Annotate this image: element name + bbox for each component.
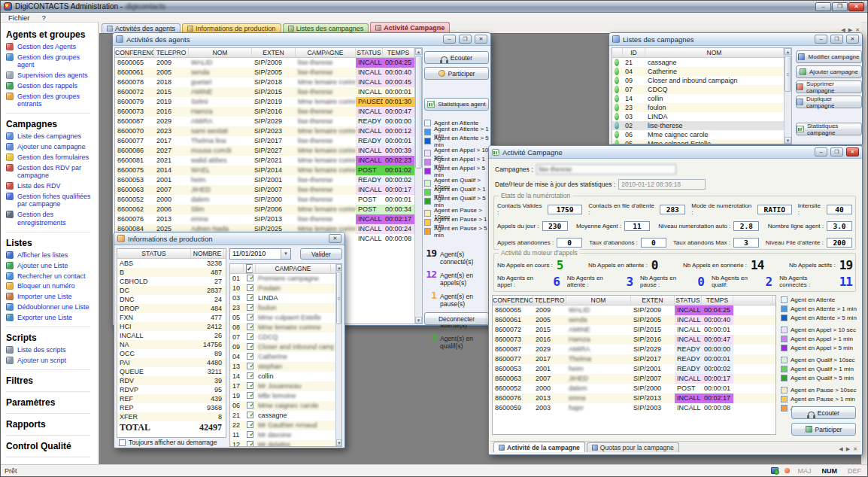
agent-row[interactable]: 86000732016HamzaSIP/2016lise-thereseINCA… [115, 107, 422, 117]
column-header[interactable]: STATUS [675, 296, 702, 305]
select-all-checkbox[interactable]: ✓ [244, 264, 256, 273]
checkbox-checked-icon[interactable]: ✓ [247, 382, 253, 389]
status-row[interactable]: DC2837 [117, 286, 226, 295]
status-row[interactable]: HCI2412 [117, 322, 226, 331]
agent-row[interactable]: 86000752014WAELSIP/2014Mme lemaire corin… [115, 166, 422, 175]
agent-row[interactable]: 86000872029AMIRASIP/2029READY00:00:00 [493, 345, 775, 354]
restore-button[interactable]: ❐ [832, 2, 848, 11]
agent-row[interactable]: 86000522000dalemSIP/2000lise-theresePOST… [115, 195, 422, 205]
agent-row[interactable]: 86000652009WALIDSIP/2009INCALL00:04:25 [493, 305, 775, 315]
checklist-row[interactable]: 13✓stephan [230, 362, 341, 372]
campaign-row[interactable]: 23foulon [612, 103, 791, 112]
agent-row[interactable]: 86000612005sendaSIP/2005lise-thereseINCA… [115, 68, 422, 77]
listen-button[interactable]: Ecouter [424, 51, 489, 64]
sidebar-item-gestion-des-rdv-par-campagne[interactable]: Gestion des RDV par campagne [6, 164, 96, 180]
sidebar-item-gestion-fiches-qualifi-es-par-campagne[interactable]: Gestion fiches qualifiées par campagne [6, 193, 96, 208]
dupliquer-campagne-button[interactable]: Dupliquer campagne [796, 96, 862, 108]
close-button[interactable]: ✕ [848, 2, 864, 11]
agent-row[interactable]: 86000722015AMINESIP/2015lise-thereseINCA… [115, 87, 422, 97]
checkbox-checked-icon[interactable]: ✓ [247, 421, 253, 428]
campaign-row[interactable]: 14collin [612, 94, 791, 103]
status-row[interactable]: DROP484 [117, 304, 226, 313]
agent-row[interactable]: 86000532001heimSIP/2001lise-thereseREADY… [115, 175, 422, 185]
agent-row[interactable]: 86000592003hajerSIP/2003INCALL00:00:08 [493, 403, 775, 413]
checklist-row[interactable]: 11✓Mr davoine [230, 430, 341, 440]
scroll-up-icon[interactable]: ▲ [415, 48, 422, 55]
activity-close-button[interactable]: ✕ [846, 147, 859, 156]
checklist-row[interactable]: 19✓Mlle lemoine [230, 391, 341, 401]
sidebar-item-afficher-les-listes[interactable]: Afficher les listes [6, 251, 96, 259]
agent-row[interactable]: 86000762013emnaSIP/2013lise-thereseINCAL… [115, 214, 422, 224]
menu-fichier[interactable]: Fichier [8, 14, 30, 22]
agent-row[interactable]: 86000632007JIHEDSIP/2007INCALL00:00:17 [493, 374, 775, 384]
agent-row[interactable]: 86000812021walid abbesSIP/2021Mme lemair… [115, 156, 422, 166]
date-combobox[interactable]: 11/01/2010 ▼ [229, 248, 291, 260]
column-header[interactable]: CONFERENCE [493, 296, 533, 305]
sidebar-item-gestion-des-formulaires[interactable]: Gestion des formulaires [6, 153, 96, 161]
sidebar-item-ajouter-une-liste[interactable]: Ajouter une Liste [6, 262, 96, 269]
agent-row[interactable]: 86000612005sendaSIP/2005INCALL00:00:40 [493, 315, 775, 325]
sidebar-item-bloquer-un-num-ro[interactable]: Bloquer un numéro [6, 282, 96, 290]
minimize-button[interactable]: – [815, 2, 831, 11]
tab-activit-de-la-campagne[interactable]: Activité de la campagne [493, 442, 585, 452]
checklist-row[interactable]: 10✓Poulain [230, 284, 341, 293]
agents-minimize-button[interactable]: – [443, 35, 456, 44]
column-header[interactable]: NOM [189, 48, 252, 57]
join-button[interactable]: Participer [424, 67, 489, 80]
checkbox-checked-icon[interactable]: ✓ [247, 353, 253, 360]
column-header[interactable]: TELEPRO [154, 48, 189, 57]
ajouter-campagne-button[interactable]: Ajouter campagne [796, 65, 862, 78]
sidebar-item-gestion-des-agents[interactable]: Gestion des Agents [6, 43, 96, 50]
tab-activit-campagne[interactable]: Activité Campagne [370, 22, 450, 33]
agent-row[interactable]: 86000762013emnaSIP/2013INCALL00:02:17 [493, 393, 775, 403]
sidebar-item-ajouter-une-campagne[interactable]: Ajouter une campagne [6, 143, 96, 150]
status-row[interactable]: FXN477 [117, 313, 226, 322]
activity-minimize-button[interactable]: – [815, 147, 827, 156]
status-row[interactable]: REP9368 [117, 403, 226, 412]
sidebar-item-liste-des-scripts[interactable]: Liste des scripts [6, 346, 96, 354]
checkbox-checked-icon[interactable]: ✓ [247, 402, 253, 409]
checklist-row[interactable]: 21✓cassagne [230, 411, 341, 421]
campaigns-field[interactable]: lise-therese [536, 164, 676, 175]
agents-table-scrollbar[interactable]: ▲ ▼ [414, 48, 422, 324]
checklist-row[interactable]: 06✓Mme caignec carole [230, 401, 341, 411]
checkbox-checked-icon[interactable]: ✓ [247, 372, 253, 379]
checkbox-checked-icon[interactable]: ✓ [246, 264, 253, 273]
column-header[interactable]: EXTEN [252, 48, 296, 57]
sidebar-item-supervision-des-agents[interactable]: Supervision des agents [6, 71, 96, 79]
campaign-row[interactable]: 07CDCQ [612, 85, 791, 94]
agent-row[interactable]: 86000792019SelmiSIP/2019Mme lemaire cori… [115, 97, 422, 107]
checklist-row[interactable]: 01✓Premiere campagne [230, 274, 341, 284]
column-header[interactable]: TEMPS [702, 296, 733, 305]
sidebar-item-rechercher-un-contact[interactable]: Rechercher un contact [6, 272, 96, 280]
checkbox-checked-icon[interactable]: ✓ [247, 431, 253, 438]
agent-row[interactable]: 86000702023sami weslatiSIP/2023Mme lemai… [115, 126, 422, 136]
agent-row[interactable]: 86000772017ThelmaSIP/2017READY00:00:01 [493, 354, 775, 364]
tab-scroll-left-icon[interactable]: ◀ [839, 446, 842, 452]
checklist-row[interactable]: 22✓Mr Gauthier Arnaud [230, 421, 341, 430]
campaigns-close-button[interactable]: ✕ [846, 35, 859, 44]
campaign-row[interactable]: 03LINDA [612, 112, 791, 121]
column-header[interactable]: NOMBRE [191, 249, 224, 258]
checkbox-checked-icon[interactable]: ✓ [247, 275, 253, 281]
agent-row[interactable]: 86000652009WALIDSIP/2009lise-thereseINCA… [115, 58, 422, 68]
sidebar-item-liste-des-rdv[interactable]: Liste des RDV [6, 182, 96, 190]
status-row[interactable]: CBHOLD27 [117, 277, 226, 286]
supprimer-campagne-button[interactable]: Supprimer campagne [796, 81, 862, 93]
agent-row[interactable]: 86000732016HamzaSIP/2016INCALL00:00:47 [493, 335, 775, 345]
status-row[interactable]: ABS3238 [117, 259, 226, 268]
column-header[interactable]: CAMPAGNE [296, 48, 356, 57]
agent-row[interactable]: 86000862027mousa com3iSIP/2027Mme lemair… [115, 146, 422, 156]
status-row[interactable]: DNC24 [117, 295, 226, 304]
checklist-scrollbar[interactable]: ▲ ≡ ▼ [335, 264, 341, 446]
statistiques-campagne-button[interactable]: Statistiques campagne [796, 123, 862, 135]
column-header[interactable]: NOM [645, 48, 784, 57]
status-row[interactable]: RDV39 [117, 376, 226, 385]
checkbox-checked-icon[interactable]: ✓ [247, 294, 253, 301]
activity-join-button[interactable]: Participer [791, 423, 856, 436]
sidebar-item-d-doublonner-une-liste[interactable]: Dédoublonner une Liste [6, 303, 96, 311]
status-row[interactable]: NA14756 [117, 340, 226, 349]
agent-stats-button[interactable]: Statistiques agent [424, 98, 489, 111]
agents-maximize-button[interactable]: ❐ [459, 35, 472, 44]
tab-quotas-pour-la-campagne[interactable]: Quotas pour la campagne [587, 442, 679, 452]
